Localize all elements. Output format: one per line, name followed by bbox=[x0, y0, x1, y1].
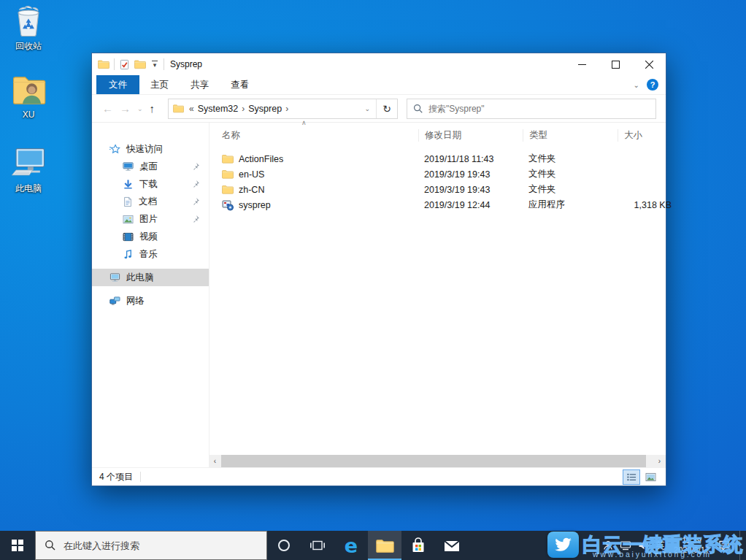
file-row-actionfiles[interactable]: ActionFiles 2019/11/18 11:43 文件夹 bbox=[209, 151, 666, 166]
desktop-icon-label: 回收站 bbox=[0, 40, 57, 53]
video-icon bbox=[123, 232, 134, 242]
desktop-icon-label: 此电脑 bbox=[0, 183, 57, 195]
search-icon bbox=[413, 104, 423, 114]
file-type: 文件夹 bbox=[523, 153, 618, 165]
task-view-button[interactable] bbox=[301, 531, 334, 560]
file-row-en-us[interactable]: en-US 2019/3/19 19:43 文件夹 bbox=[209, 166, 666, 182]
address-dropdown-icon[interactable]: ⌄ bbox=[358, 105, 376, 112]
file-name: sysprep bbox=[239, 200, 271, 210]
explorer-search-box[interactable] bbox=[407, 99, 656, 119]
tab-view[interactable]: 查看 bbox=[220, 75, 260, 94]
breadcrumb-overflow[interactable]: « bbox=[188, 104, 196, 114]
start-button[interactable] bbox=[0, 531, 35, 560]
column-header-size[interactable]: 大小 bbox=[618, 129, 682, 142]
show-desktop-button[interactable] bbox=[739, 531, 745, 560]
column-header-date-modified[interactable]: 修改日期 bbox=[418, 129, 523, 142]
address-bar[interactable]: « System32 › Sysprep › ⌄ ↻ bbox=[168, 99, 398, 119]
file-name: en-US bbox=[239, 169, 264, 180]
taskbar-store-button[interactable] bbox=[401, 531, 435, 560]
taskbar-clock[interactable]: 11:39 2020/8/17 bbox=[672, 536, 712, 555]
minimize-button[interactable] bbox=[565, 53, 599, 75]
sidebar-item-documents[interactable]: 文档 bbox=[92, 193, 209, 210]
large-icons-view-icon bbox=[645, 472, 656, 482]
sidebar-item-this-pc[interactable]: 此电脑 bbox=[92, 269, 209, 286]
recent-locations-icon[interactable]: ⌄ bbox=[137, 105, 143, 112]
sidebar-item-music[interactable]: 音乐 bbox=[92, 245, 209, 263]
taskbar-search-input[interactable] bbox=[64, 540, 258, 551]
taskbar-mail-button[interactable] bbox=[435, 531, 469, 560]
taskbar: e 英 11:39 2020/8/17 bbox=[0, 531, 746, 560]
tab-home[interactable]: 主页 bbox=[139, 75, 180, 94]
download-icon bbox=[123, 179, 134, 190]
forward-button[interactable]: → bbox=[120, 103, 131, 114]
explorer-search-input[interactable] bbox=[428, 104, 650, 114]
title-bar[interactable]: ▾ Sysprep bbox=[92, 53, 666, 75]
taskbar-search-box[interactable] bbox=[35, 531, 267, 560]
ime-indicator[interactable]: 英 bbox=[656, 540, 666, 552]
file-row-zh-cn[interactable]: zh-CN 2019/3/19 19:43 文件夹 bbox=[209, 182, 666, 197]
mail-icon bbox=[443, 538, 461, 553]
new-folder-icon[interactable] bbox=[134, 59, 146, 69]
network-icon bbox=[109, 296, 120, 306]
chevron-right-icon[interactable]: › bbox=[284, 104, 290, 114]
people-icon[interactable] bbox=[603, 540, 613, 551]
desktop-icon bbox=[123, 161, 134, 172]
sidebar-item-network[interactable]: 网络 bbox=[92, 292, 209, 310]
sidebar-item-quick-access[interactable]: 快速访问 bbox=[92, 140, 209, 158]
back-button[interactable]: ← bbox=[102, 103, 113, 114]
folder-icon bbox=[222, 185, 234, 194]
scroll-left-icon[interactable]: ‹ bbox=[209, 457, 221, 465]
desktop-icon-user-folder[interactable]: XU bbox=[0, 74, 57, 120]
desktop-icon-recycle-bin[interactable]: 回收站 bbox=[0, 4, 57, 53]
large-icons-view-button[interactable] bbox=[642, 470, 658, 484]
column-header-name[interactable]: ∧ 名称 bbox=[220, 129, 418, 142]
file-name: ActionFiles bbox=[239, 154, 283, 164]
action-center-icon[interactable] bbox=[718, 540, 730, 551]
task-view-icon bbox=[310, 540, 325, 551]
breadcrumb-item-sysprep[interactable]: Sysprep bbox=[246, 104, 284, 114]
file-row-sysprep[interactable]: sysprep 2019/3/19 12:44 应用程序 1,318 KB bbox=[209, 197, 666, 212]
tab-share[interactable]: 共享 bbox=[180, 75, 220, 94]
volume-icon[interactable] bbox=[638, 540, 650, 551]
breadcrumb-item-system32[interactable]: System32 bbox=[196, 104, 241, 114]
sidebar-item-pictures[interactable]: 图片 bbox=[92, 210, 209, 228]
scrollbar-thumb[interactable] bbox=[221, 455, 646, 467]
file-type: 文件夹 bbox=[523, 168, 618, 180]
details-view-button[interactable] bbox=[623, 470, 639, 484]
sidebar-item-label: 音乐 bbox=[139, 248, 158, 261]
sidebar-item-downloads[interactable]: 下载 bbox=[92, 175, 209, 193]
pin-icon bbox=[191, 180, 200, 188]
refresh-button[interactable]: ↻ bbox=[376, 99, 397, 118]
file-date: 2019/3/19 19:43 bbox=[418, 185, 523, 195]
chevron-right-icon[interactable]: › bbox=[240, 104, 246, 114]
recycle-bin-icon bbox=[12, 4, 45, 38]
up-button[interactable]: ↑ bbox=[150, 103, 155, 114]
close-button[interactable] bbox=[632, 53, 666, 75]
properties-icon[interactable] bbox=[119, 59, 130, 70]
expand-ribbon-icon[interactable]: ⌄ bbox=[634, 81, 639, 89]
tab-file[interactable]: 文件 bbox=[96, 75, 139, 94]
customize-toolbar-dropdown-icon[interactable]: ▾ bbox=[150, 61, 159, 69]
taskbar-edge-button[interactable]: e bbox=[334, 531, 368, 560]
horizontal-scrollbar[interactable]: ‹ › bbox=[209, 455, 666, 467]
sidebar-item-label: 快速访问 bbox=[126, 143, 163, 156]
pin-icon bbox=[191, 162, 200, 171]
sidebar-item-label: 此电脑 bbox=[126, 272, 154, 284]
file-date: 2019/3/19 19:43 bbox=[418, 169, 523, 180]
sidebar-item-videos[interactable]: 视频 bbox=[92, 228, 209, 245]
window-title: Sysprep bbox=[170, 59, 202, 69]
taskbar-file-explorer-button[interactable] bbox=[368, 531, 401, 560]
navigation-buttons: ← → ⌄ ↑ bbox=[92, 103, 168, 114]
maximize-button[interactable] bbox=[599, 53, 632, 75]
file-name: zh-CN bbox=[239, 185, 264, 195]
user-folder-icon bbox=[10, 74, 47, 107]
column-header-type[interactable]: 类型 bbox=[523, 129, 618, 142]
application-icon bbox=[222, 199, 234, 211]
sidebar-item-desktop[interactable]: 桌面 bbox=[92, 158, 209, 175]
desktop-icon-this-pc[interactable]: 此电脑 bbox=[0, 147, 57, 195]
cortana-button[interactable] bbox=[267, 531, 301, 560]
help-button[interactable]: ? bbox=[647, 79, 658, 91]
navigation-pane: 快速访问 桌面 下载 文档 bbox=[92, 123, 209, 455]
touch-keyboard-icon[interactable] bbox=[620, 540, 631, 551]
scroll-right-icon[interactable]: › bbox=[653, 457, 666, 465]
